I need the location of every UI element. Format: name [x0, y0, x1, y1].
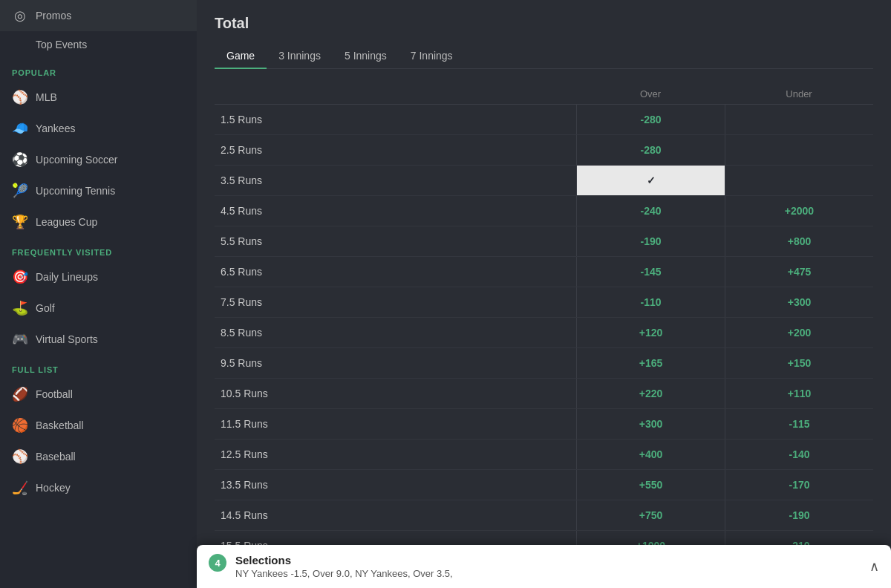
main-content: Total Game3 Innings5 Innings7 Innings Ov…: [197, 0, 891, 588]
sidebar-item-basketball[interactable]: 🏀 Basketball: [0, 410, 197, 441]
sidebar-item-label: Leagues Cup: [36, 216, 97, 228]
row-label: 10.5 Runs: [215, 379, 576, 408]
tab-5-innings[interactable]: 5 Innings: [333, 44, 399, 69]
sidebar-item-yankees[interactable]: 🧢 Yankees: [0, 113, 197, 144]
selections-chevron-icon[interactable]: ∧: [869, 558, 879, 575]
row-cell-over[interactable]: ✓: [576, 166, 725, 195]
table-row: 10.5 Runs +220 +110: [215, 379, 873, 409]
table-row: 4.5 Runs -240 +2000: [215, 196, 873, 226]
selections-subtitle: NY Yankees -1.5, Over 9.0, NY Yankees, O…: [235, 568, 453, 579]
table-row: 12.5 Runs +400 -140: [215, 440, 873, 470]
table-rows: 1.5 Runs -280 2.5 Runs -280 3.5 Runs ✓ 4…: [215, 105, 873, 561]
table-row: 5.5 Runs -190 +800: [215, 226, 873, 257]
table-row: 6.5 Runs -145 +475: [215, 257, 873, 287]
row-label: 12.5 Runs: [215, 440, 576, 469]
table-row: 7.5 Runs -110 +300: [215, 287, 873, 318]
row-cell-under[interactable]: +2000: [725, 196, 873, 226]
popular-section-label: POPULAR: [0, 58, 197, 82]
row-cell-under[interactable]: -170: [725, 470, 873, 500]
virtual-sports-icon: 🎮: [12, 331, 28, 347]
sidebar-item-virtual-sports[interactable]: 🎮 Virtual Sports: [0, 324, 197, 355]
selections-title: Selections: [235, 554, 453, 566]
row-cell-over[interactable]: +400: [576, 440, 725, 469]
table-row: 3.5 Runs ✓: [215, 166, 873, 196]
row-label: 13.5 Runs: [215, 470, 576, 500]
row-cell-under[interactable]: +200: [725, 318, 873, 347]
sidebar-item-upcoming-tennis[interactable]: 🎾 Upcoming Tennis: [0, 175, 197, 206]
row-cell-under[interactable]: -190: [725, 500, 873, 530]
frequently-section-label: FREQUENTLY VISITED: [0, 238, 197, 261]
row-cell-over[interactable]: -145: [576, 257, 725, 287]
sidebar-item-promos[interactable]: ◎ Promos: [0, 0, 197, 31]
sidebar: ◎ Promos Top Events POPULAR ⚾ MLB 🧢 Yank…: [0, 0, 197, 588]
sidebar-item-hockey[interactable]: 🏒 Hockey: [0, 472, 197, 503]
row-cell-under[interactable]: -140: [725, 440, 873, 469]
daily-lineups-icon: 🎯: [12, 269, 28, 285]
tab-3-innings[interactable]: 3 Innings: [267, 44, 333, 69]
row-cell-over[interactable]: -280: [576, 105, 725, 134]
row-cell-under[interactable]: [725, 135, 873, 165]
tab-7-innings[interactable]: 7 Innings: [399, 44, 465, 69]
row-cell-under[interactable]: +800: [725, 226, 873, 256]
table-row: 14.5 Runs +750 -190: [215, 500, 873, 531]
baseball-icon: ⚾: [12, 448, 28, 465]
row-label: 1.5 Runs: [215, 105, 576, 134]
row-cell-over[interactable]: +550: [576, 470, 725, 500]
row-cell-under[interactable]: [725, 105, 873, 134]
row-cell-over[interactable]: -110: [576, 287, 725, 317]
row-cell-over[interactable]: +750: [576, 500, 725, 530]
sidebar-item-leagues-cup[interactable]: 🏆 Leagues Cup: [0, 206, 197, 238]
table-row: 11.5 Runs +300 -115: [215, 409, 873, 440]
sidebar-item-label: Football: [36, 388, 73, 400]
row-cell-over[interactable]: +220: [576, 379, 725, 408]
leagues-cup-icon: 🏆: [12, 214, 28, 230]
row-cell-under[interactable]: -115: [725, 409, 873, 439]
sidebar-item-mlb[interactable]: ⚾ MLB: [0, 82, 197, 113]
page-title: Total: [215, 15, 873, 32]
col-over-header: Over: [576, 88, 725, 99]
row-label: 9.5 Runs: [215, 348, 576, 378]
table-row: 8.5 Runs +120 +200: [215, 318, 873, 348]
row-label: 6.5 Runs: [215, 257, 576, 287]
tab-game[interactable]: Game: [215, 44, 267, 69]
row-cell-over[interactable]: -280: [576, 135, 725, 165]
row-label: 4.5 Runs: [215, 196, 576, 226]
row-label: 7.5 Runs: [215, 287, 576, 317]
sidebar-item-daily-lineups[interactable]: 🎯 Daily Lineups: [0, 261, 197, 293]
sidebar-item-top-events[interactable]: Top Events: [0, 31, 197, 58]
row-cell-over[interactable]: -190: [576, 226, 725, 256]
sidebar-item-golf[interactable]: ⛳ Golf: [0, 293, 197, 324]
sidebar-item-label: Basketball: [36, 419, 84, 431]
sidebar-item-baseball[interactable]: ⚾ Baseball: [0, 441, 197, 472]
row-cell-over[interactable]: +300: [576, 409, 725, 439]
row-label: 3.5 Runs: [215, 166, 576, 195]
table-header: Over Under: [215, 84, 873, 105]
yankees-icon: 🧢: [12, 120, 28, 137]
row-cell-under[interactable]: +475: [725, 257, 873, 287]
sidebar-item-label: Upcoming Tennis: [36, 185, 115, 197]
row-label: 5.5 Runs: [215, 226, 576, 256]
col-under-header: Under: [725, 88, 873, 99]
row-cell-under[interactable]: +300: [725, 287, 873, 317]
sidebar-item-label: Golf: [36, 302, 55, 314]
golf-icon: ⛳: [12, 300, 28, 316]
sidebar-item-label: Upcoming Soccer: [36, 154, 118, 166]
sidebar-item-football[interactable]: 🏈 Football: [0, 379, 197, 410]
row-cell-over[interactable]: +165: [576, 348, 725, 378]
selections-text: Selections NY Yankees -1.5, Over 9.0, NY…: [235, 554, 453, 579]
row-cell-under[interactable]: +110: [725, 379, 873, 408]
upcoming-soccer-icon: ⚽: [12, 151, 28, 168]
selections-bar: 4 Selections NY Yankees -1.5, Over 9.0, …: [197, 545, 891, 588]
sidebar-item-label: MLB: [36, 91, 57, 103]
upcoming-tennis-icon: 🎾: [12, 183, 28, 199]
promos-icon: ◎: [12, 7, 28, 24]
row-cell-under[interactable]: [725, 166, 873, 195]
row-cell-over[interactable]: -240: [576, 196, 725, 226]
table-row: 9.5 Runs +165 +150: [215, 348, 873, 379]
selections-badge: 4: [209, 554, 226, 572]
table-row: 1.5 Runs -280: [215, 105, 873, 135]
row-cell-under[interactable]: +150: [725, 348, 873, 378]
sidebar-item-upcoming-soccer[interactable]: ⚽ Upcoming Soccer: [0, 144, 197, 175]
row-cell-over[interactable]: +120: [576, 318, 725, 347]
sidebar-item-label: Daily Lineups: [36, 271, 98, 283]
